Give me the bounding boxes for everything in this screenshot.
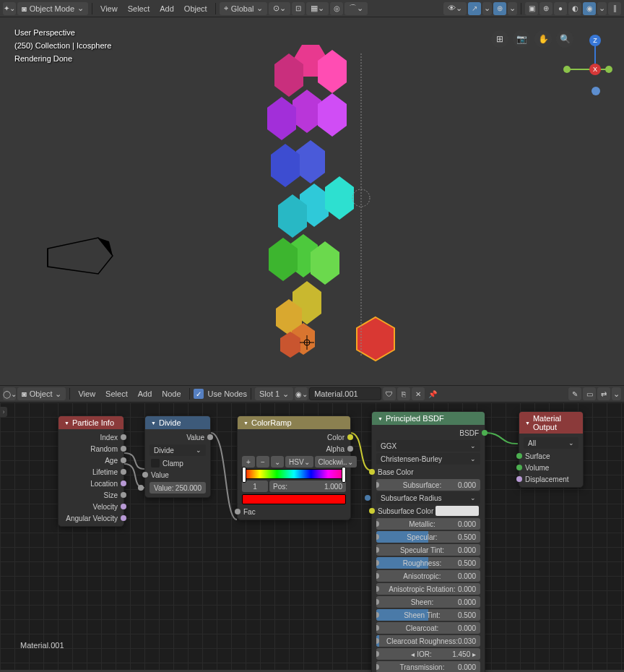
param-slider[interactable]: Transmission:0.000 [376,661,480,672]
param-slider[interactable]: Roughness:0.500 [376,557,480,569]
interp-dropdown[interactable]: HSV ⌄ [285,456,313,468]
menu-object[interactable]: Object [180,2,212,15]
node-math-divide[interactable]: Divide Value Divide Clamp Value Value:25… [144,415,211,498]
expand-sidebar-tab[interactable]: › [0,407,7,417]
menu-add[interactable]: Add [134,387,157,400]
axis-navigation-gizmo[interactable]: Z X [560,35,611,92]
output-socket: Location [58,478,124,489]
shading-rendered[interactable]: ◉ [583,2,596,15]
menu-select[interactable]: Select [124,2,155,15]
param-slider[interactable]: Sheen:0.000 [376,596,480,608]
backdrop-icon[interactable]: ▭ [583,387,596,400]
node-principled-bsdf[interactable]: Principled BSDF BSDF GGX Christensen-Bur… [371,411,485,672]
pin-icon[interactable]: 📌 [426,387,439,400]
shader-type-dropdown[interactable]: ◙Object⌄ [17,387,66,400]
input-socket: Surface [519,450,583,462]
xray-toggle[interactable]: ▣ [525,2,538,15]
menu-view[interactable]: View [74,387,100,400]
add-stop-button[interactable]: + [242,456,255,468]
svg-marker-6 [267,97,296,140]
direction-dropdown[interactable]: Clockwi.. ⌄ [315,456,357,468]
editor-type-icon[interactable]: ◯⌄ [3,387,16,400]
separator [521,3,521,14]
node-colorramp[interactable]: ColorRamp Color Alpha + − ⌄ HSV ⌄ Clockw… [237,415,351,520]
distribution-dropdown[interactable]: GGX [376,440,480,452]
node-header[interactable]: Material Output [519,412,583,434]
menu-node[interactable]: Node [157,387,185,400]
node-header[interactable]: ColorRamp [238,416,350,429]
axis-x[interactable]: X [589,64,601,75]
param-slider[interactable]: Subsurface:0.000 [376,479,480,491]
gradient-stop[interactable] [242,467,246,483]
close-icon[interactable]: ✕ [412,387,425,400]
node-header[interactable]: Divide [145,416,210,429]
param-slider[interactable]: Sheen Tint:0.500 [376,609,480,621]
shading-wireframe[interactable]: ⊕ [540,2,552,15]
pan-icon[interactable]: ✋ [534,30,552,48]
node-header[interactable]: Particle Info [58,416,124,429]
zoom-camera-icon[interactable]: ⊞ [491,30,508,48]
node-header[interactable]: Principled BSDF [372,412,485,425]
shading-dropdown[interactable]: ⌄ [597,2,607,15]
pivot-dropdown[interactable]: ⊙⌄ [269,2,290,15]
mode-dropdown[interactable]: ◙Object Mode⌄ [17,2,88,15]
operation-dropdown[interactable]: Divide [150,444,206,456]
material-name-input[interactable] [309,387,381,400]
shield-icon[interactable]: 🛡 [383,387,396,400]
param-slider[interactable]: Specular Tint:0.000 [376,544,480,556]
param-slider[interactable]: Anisotropic:0.000 [376,570,480,582]
gradient-stop[interactable] [342,467,346,483]
node-editor[interactable]: › Particle Info IndexRandomAgeLifetimeLo… [0,402,624,670]
visibility-dropdown[interactable]: 👁⌄ [443,2,467,15]
pause-icon[interactable]: ‖ [608,2,621,15]
stop-position-field[interactable]: Pos:1.000 [269,481,346,492]
target-dropdown[interactable]: All [524,437,578,449]
use-nodes-checkbox[interactable]: ✓ [194,389,204,399]
axis-y-pos[interactable] [605,66,612,73]
duplicate-icon[interactable]: ⎘ [397,387,410,400]
node-particle-info[interactable]: Particle Info IndexRandomAgeLifetimeLoca… [58,415,124,527]
gradient-bar[interactable] [242,469,346,479]
snap-toggle[interactable]: ⊡ [292,2,305,15]
proportional-dropdown[interactable]: ⌒⌄ [344,2,368,15]
param-slider[interactable]: Metallic:0.000 [376,518,480,530]
arrange-icon[interactable]: ⇄ [597,387,610,400]
param-slider[interactable]: Anisotropic Rotation:0.000 [376,583,480,595]
proportional-toggle[interactable]: ◎ [330,2,343,15]
menu-view[interactable]: View [96,2,122,15]
snap-dropdown[interactable]: ▦⌄ [306,2,329,15]
overlay-dropdown[interactable]: ⌄ [508,2,517,15]
sss-method-dropdown[interactable]: Christensen-Burley [376,453,480,465]
clamp-checkbox[interactable]: Clamp [145,457,210,469]
gizmo-dropdown[interactable]: ⌄ [482,2,492,15]
value-field[interactable]: Value:250.000 [150,482,206,494]
orientation-dropdown[interactable]: ⌖Global⌄ [220,2,268,15]
editor-type-icon[interactable]: ✦⌄ [3,2,16,15]
shading-solid[interactable]: ● [554,2,567,15]
axis-y-neg[interactable] [563,66,571,73]
ramp-menu-dropdown[interactable]: ⌄ [271,456,284,468]
stop-color-swatch[interactable] [242,494,346,504]
shading-lookdev[interactable]: ◐ [568,2,581,15]
gizmo-toggle[interactable]: ↗ [468,2,481,15]
options-dropdown[interactable]: ⌄ [612,387,621,400]
remove-stop-button[interactable]: − [256,456,269,468]
slot-dropdown[interactable]: Slot 1⌄ [255,387,293,400]
overlay-toggle[interactable]: ⊕ [493,2,506,15]
axis-z-neg[interactable] [592,87,600,95]
axis-z[interactable]: Z [589,35,601,46]
param-slider[interactable]: Clearcoat:0.000 [376,622,480,634]
menu-select[interactable]: Select [101,387,132,400]
menu-add[interactable]: Add [155,2,178,15]
3d-viewport[interactable]: User Perspective (250) Collection | Icos… [0,17,624,385]
param-slider[interactable]: Clearcoat Roughness:0.030 [376,635,480,647]
param-slider[interactable]: ◂ IOR:1.450 ▸ [376,648,480,660]
camera-view-icon[interactable]: 📷 [513,30,530,48]
material-browse-icon[interactable]: ◉⌄ [295,387,308,400]
param-dropdown[interactable]: Subsurface Radius [376,492,480,504]
color-input[interactable]: Subsurface Color [372,505,485,517]
use-nodes-label: Use Nodes [208,389,247,398]
node-material-output[interactable]: Material Output All SurfaceVolumeDisplac… [519,411,584,488]
grease-pencil-icon[interactable]: ✎ [568,387,581,400]
param-slider[interactable]: Specular:0.500 [376,531,480,543]
